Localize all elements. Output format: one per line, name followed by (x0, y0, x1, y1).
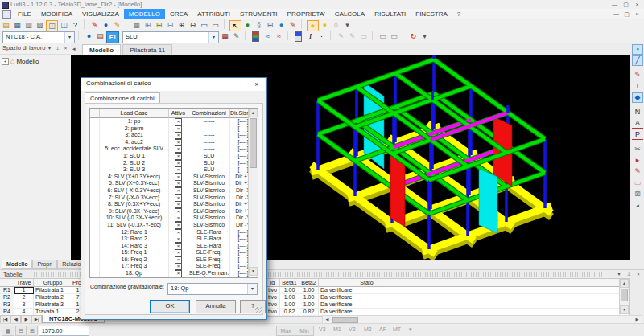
tab-scroll-left-icon[interactable]: ◂ (72, 46, 76, 52)
combination-type[interactable]: SLE-Q.Perman. (188, 270, 230, 277)
ok-button[interactable]: OK (150, 300, 190, 313)
active-checkbox[interactable]: × (169, 160, 188, 167)
menu-finestra[interactable]: FINESTRA (411, 9, 452, 19)
active-checkbox[interactable]: × (169, 174, 188, 181)
dialog-scroll-thumb[interactable] (250, 118, 257, 168)
cell-stato[interactable]: Da verificare (319, 301, 415, 309)
menu-risultati[interactable]: RISULTATI (369, 9, 411, 19)
load-case-name[interactable]: 3: SLU 3 (100, 166, 169, 174)
load-case-name[interactable]: 13: Raro 2 (100, 236, 169, 243)
active-checkbox[interactable]: × (169, 145, 188, 153)
load-case-name[interactable]: 10: SLV (-0.3X-Y+ecc) (100, 215, 169, 222)
col-beta2[interactable]: Beta2 (299, 279, 319, 287)
thermometer-icon[interactable] (295, 31, 302, 42)
cell-trave[interactable]: 1 (14, 287, 34, 294)
combination-type[interactable]: SLU (188, 160, 230, 167)
active-checkbox[interactable]: × (169, 270, 188, 277)
combination-type[interactable]: SLV-Sismico (188, 201, 230, 208)
col-prop[interactable]: Prop (72, 279, 80, 287)
spring-icon[interactable]: § (254, 20, 264, 30)
load-case-name[interactable]: 2: SLU 2 (100, 160, 169, 167)
scroll-thumb[interactable] (621, 289, 628, 301)
copy-icon[interactable]: ▥ (23, 20, 34, 30)
active-checkbox[interactable]: × (169, 243, 188, 250)
load-case-name[interactable]: 5: SLV (X+0.3Y-ecc) (100, 180, 169, 187)
active-checkbox[interactable]: × (169, 132, 188, 139)
panel-close-icon[interactable]: × (634, 271, 642, 278)
hscroll-left-icon[interactable]: ◀ (324, 316, 331, 322)
cell-beta1[interactable]: 1.00 (280, 294, 299, 301)
col-gruppo[interactable]: Gruppo (34, 279, 72, 287)
status-more-icon[interactable]: ▾ (409, 326, 412, 333)
active-checkbox[interactable]: × (169, 229, 188, 236)
print-preview-icon[interactable]: ▧ (35, 20, 45, 30)
combination-type[interactable]: SLV-Sismico (188, 208, 230, 215)
child-restore-icon[interactable]: ▢ (621, 10, 632, 18)
header-attivo[interactable]: Attivo (169, 109, 188, 118)
minimize-icon[interactable]: — (609, 1, 620, 8)
bulb-off-icon[interactable]: ○ (331, 20, 341, 30)
globe-blue-icon[interactable]: ● (276, 20, 287, 30)
combination-type[interactable]: ------ (188, 145, 230, 153)
load-p-icon[interactable]: P (632, 129, 643, 140)
section-ibeam-icon[interactable]: Ι (632, 81, 643, 92)
load-case-name[interactable]: 18: Qp (100, 270, 169, 277)
combination-type[interactable]: SLV-Sismico (188, 215, 230, 222)
toolbar-more-icon[interactable]: ▾ (342, 20, 353, 30)
cut-icon[interactable]: ✂ (632, 144, 643, 154)
menu-calcola[interactable]: CALCOLA (330, 9, 369, 19)
save-icon[interactable]: ▦ (12, 20, 23, 30)
screen2-icon[interactable]: ▭ (210, 20, 221, 30)
ibeam-text-icon[interactable]: I (305, 31, 316, 41)
cell-beta2[interactable]: 1.00 (299, 301, 319, 309)
active-checkbox[interactable]: × (169, 256, 188, 264)
active-checkbox[interactable]: × (169, 208, 188, 215)
close-icon[interactable]: × (632, 1, 642, 8)
child-close-icon[interactable]: × (632, 10, 642, 18)
col-trave[interactable]: Trave (14, 279, 34, 287)
active-checkbox[interactable]: × (169, 118, 188, 125)
scroll-down-icon[interactable]: ▼ (620, 305, 629, 314)
hscroll-thumb[interactable] (332, 317, 358, 323)
restore-icon[interactable]: ▢ (621, 1, 631, 8)
toolbar-collapse-icon[interactable]: ◂ (632, 200, 643, 211)
select-cursor-icon[interactable]: ↖ (229, 20, 242, 31)
cell-prop[interactable]: 7 (72, 294, 80, 301)
menu-visualizza[interactable]: VISUALIZZA (77, 9, 124, 19)
scroll-up-icon[interactable]: ▲ (620, 279, 629, 288)
screen1-icon[interactable]: ▭ (199, 20, 209, 30)
gravitational-combo-arrow-icon[interactable]: ▾ (247, 284, 257, 294)
active-checkbox[interactable]: × (169, 222, 188, 229)
active-checkbox[interactable]: × (169, 249, 188, 256)
globe-green-icon[interactable]: ● (242, 20, 253, 30)
cell-beta1[interactable]: 1.00 (280, 287, 299, 294)
tab-pilastrata-11[interactable]: Pilastrata 11 (122, 44, 172, 55)
col-id[interactable]: id (266, 279, 280, 287)
active-checkbox[interactable]: × (169, 201, 188, 208)
dialog-scroll-down-icon[interactable]: ▼ (249, 267, 258, 276)
cell-stato[interactable]: Da verificare (319, 287, 415, 294)
menu-attributi[interactable]: ATTRIBUTI (192, 9, 235, 19)
open-icon[interactable]: ▤ (1, 20, 11, 30)
combination-type[interactable]: ------ (188, 132, 230, 139)
menu-proprieta[interactable]: PROPRIETA' (283, 9, 330, 19)
move-element-icon[interactable]: ▸ (632, 155, 643, 166)
grid-remove-icon[interactable]: ⊟ (165, 20, 175, 30)
dialog-close-icon[interactable]: × (251, 80, 262, 89)
dialog-tab-combinazione[interactable]: Combinazione di carichi (85, 92, 160, 104)
table-vscrollbar[interactable]: ▲ ▼ (619, 279, 629, 314)
combination-type[interactable]: SLE-Rara (188, 243, 230, 250)
col-beta1[interactable]: Beta1 (280, 279, 299, 287)
cell-stato[interactable]: Da verificare (319, 294, 415, 301)
workspace-pin-icon[interactable]: ⊥ (54, 45, 61, 52)
globe-icon[interactable]: ● (101, 20, 111, 30)
bottom-tab-modello[interactable]: Modello (2, 260, 32, 269)
cell-id[interactable]: tivo (266, 287, 280, 294)
load-case-name[interactable]: 14: Raro 3 (100, 243, 169, 250)
delete-table-icon[interactable]: ⊠ (632, 189, 643, 199)
active-checkbox[interactable]: × (169, 215, 188, 222)
gravitational-combo[interactable]: 18: Qp▾ (167, 283, 258, 295)
cell-trave[interactable]: 3 (14, 301, 34, 309)
combination-type[interactable]: SLE-Freq. (188, 263, 230, 270)
cell-trave[interactable]: 2 (14, 294, 34, 301)
